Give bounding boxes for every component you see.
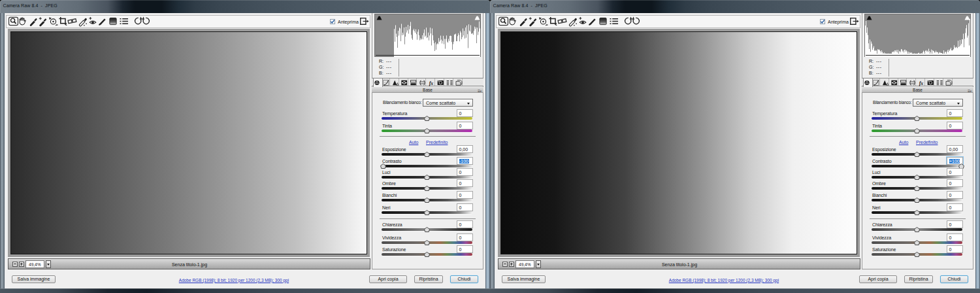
svg-text:fx: fx <box>919 80 924 86</box>
svg-text:fx: fx <box>429 80 434 86</box>
